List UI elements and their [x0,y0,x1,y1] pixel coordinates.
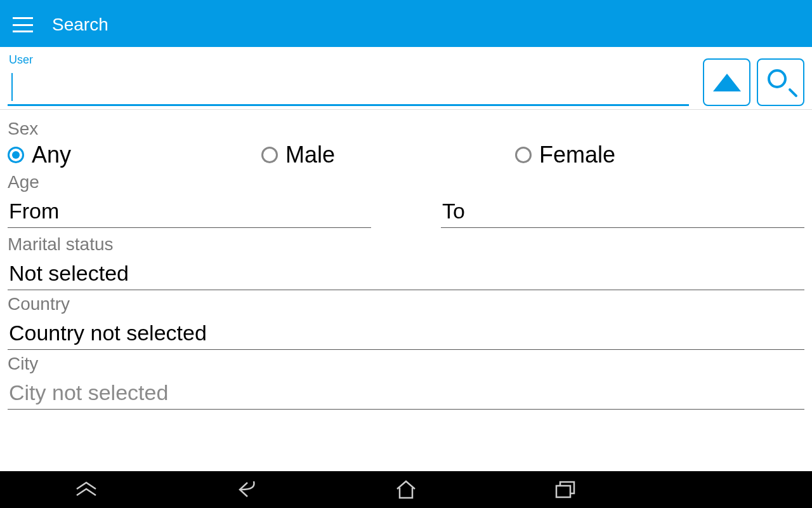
sex-radio-group: Any Male Female [8,142,804,168]
city-field[interactable]: City not selected [8,377,804,410]
age-label: Age [8,172,804,192]
nav-recents-button[interactable] [502,471,629,508]
collapse-button[interactable] [703,58,750,106]
page-title: Search [52,15,108,35]
home-icon [395,479,417,500]
triangle-up-icon [713,74,741,91]
search-icon [768,69,794,96]
system-nav-bar [0,471,812,508]
radio-unselected-icon [515,147,532,163]
radio-unselected-icon [261,147,278,163]
app-bar: Search [0,3,812,47]
marital-label: Marital status [8,234,804,255]
marital-status-field[interactable]: Not selected [8,257,804,290]
search-button[interactable] [757,58,804,106]
nav-spacer [662,471,789,508]
user-search-panel: User [0,47,812,110]
radio-selected-icon [8,147,24,163]
sex-option-female[interactable]: Female [515,142,769,168]
age-to-field[interactable]: To [441,195,804,228]
search-form: Sex Any Male Female Age From To Marital … [0,110,812,410]
sex-option-label: Female [539,142,615,168]
country-label: Country [8,294,804,314]
recents-icon [554,479,578,500]
svg-rect-0 [556,486,570,497]
drawer-icon [74,480,99,499]
user-field-label: User [8,53,689,67]
city-label: City [8,354,804,374]
nav-home-button[interactable] [343,471,469,508]
sex-option-label: Any [32,142,71,168]
sex-option-male[interactable]: Male [261,142,515,168]
user-search-input[interactable] [8,68,689,106]
menu-icon[interactable] [13,17,33,32]
age-from-field[interactable]: From [8,195,371,228]
sex-option-label: Male [285,142,335,168]
nav-drawer-button[interactable] [23,471,150,508]
sex-label: Sex [8,119,804,139]
nav-back-button[interactable] [183,471,310,508]
sex-option-any[interactable]: Any [8,142,261,168]
country-field[interactable]: Country not selected [8,317,804,350]
text-cursor [11,73,13,101]
back-icon [233,479,259,500]
